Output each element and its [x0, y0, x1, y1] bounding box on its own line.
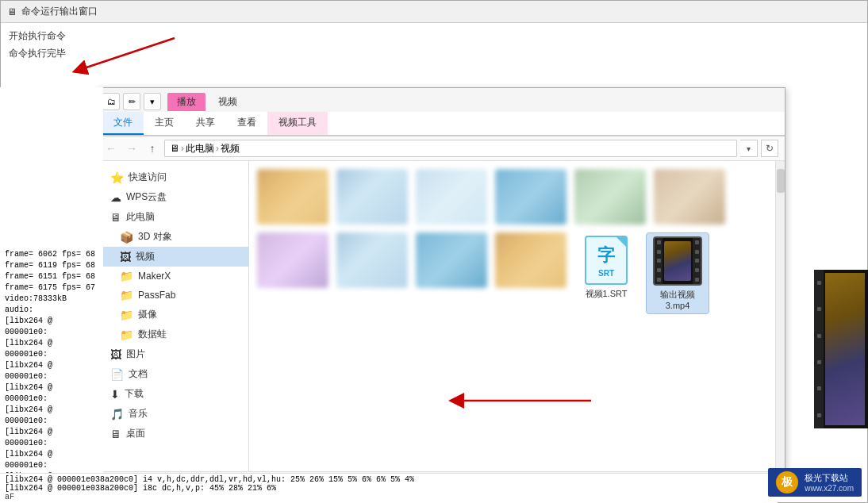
sidebar-item-label: 视频 — [136, 250, 155, 263]
sidebar-item-label: 桌面 — [126, 427, 145, 440]
log-line: [libx264 @ 000001e0: — [5, 405, 98, 427]
path-this-pc: 此电脑 — [186, 142, 214, 156]
log-line: [libx264 @ 000001e0: — [5, 316, 98, 338]
sidebar-item-label: 数据蛙 — [138, 328, 167, 341]
sidebar-item-makerx[interactable]: 📁 MakerX — [102, 267, 248, 286]
quick-access-toolbar: 🗂 ✏ ▾ — [102, 93, 161, 110]
log-line: frame= 6119 fps= 68 — [5, 260, 98, 271]
thumbnail-7[interactable] — [257, 232, 328, 288]
sidebar-item-wps[interactable]: ☁ WPS云盘 — [102, 187, 248, 207]
videos-icon: 🖼 — [120, 251, 131, 263]
sidebar-item-quick-access[interactable]: ⭐ 快速访问 — [102, 167, 248, 187]
cmd-icon: 🖥 — [7, 6, 17, 17]
right-film-decoration — [814, 270, 868, 428]
music-icon: 🎵 — [110, 408, 124, 420]
log-line: frame= 6151 fps= 68 — [5, 271, 98, 282]
sidebar-item-documents[interactable]: 📄 文档 — [102, 364, 248, 384]
thumbnail-10[interactable] — [495, 232, 567, 288]
sidebar-item-pictures[interactable]: 🖼 图片 — [102, 344, 248, 364]
main-scrollbar[interactable] — [775, 161, 785, 471]
tab-home[interactable]: 主页 — [144, 112, 185, 135]
address-refresh[interactable]: ↻ — [761, 140, 778, 157]
sidebar: ⭐ 快速访问 ☁ WPS云盘 🖥 此电脑 📦 3D 对象 🖼 视频 📁 Ma — [102, 161, 249, 471]
sidebar-item-label: MakerX — [138, 271, 171, 282]
srt-icon: 字 SRT — [585, 236, 628, 285]
sidebar-item-passfab[interactable]: 📁 PassFab — [102, 286, 248, 305]
tab-video-tools[interactable]: 视频工具 — [267, 112, 328, 135]
watermark-text: 极光下载站 www.x27.com — [805, 472, 854, 493]
scroll-thumb — [777, 169, 785, 193]
log-line: [libx264 @ 000001e0: — [5, 382, 98, 405]
sidebar-item-music[interactable]: 🎵 音乐 — [102, 404, 248, 424]
passfab-icon: 📁 — [120, 289, 133, 301]
thumbnail-2[interactable] — [336, 169, 408, 225]
qat-btn-down[interactable]: ▾ — [144, 93, 161, 110]
wm-site: 极光下载站 — [805, 472, 854, 484]
sidebar-item-downloads[interactable]: ⬇ 下载 — [102, 384, 248, 404]
film-strip-left — [655, 238, 663, 284]
log-line: frame= 6175 fps= 67 — [5, 282, 98, 294]
log-line-bottom2: [libx264 @ 000001e038a200c0] i8c dc,h,v,… — [5, 484, 773, 493]
thumbnail-5[interactable] — [574, 169, 646, 225]
log-line: video:78333kB audio: — [5, 294, 98, 316]
cmd-title: 命令运行输出窗口 — [21, 5, 98, 18]
thumbnail-4[interactable] — [495, 169, 567, 225]
film-right-image — [825, 273, 865, 425]
sidebar-item-this-pc[interactable]: 🖥 此电脑 — [102, 207, 248, 227]
thumbnail-6[interactable] — [654, 169, 725, 225]
wm-logo: 极 — [776, 471, 798, 493]
nav-back[interactable]: ← — [102, 140, 120, 157]
sidebar-item-label: 下载 — [125, 387, 144, 401]
video-label: 视频 — [209, 93, 247, 111]
log-line: [libx264 @ 000001e0: — [5, 360, 98, 382]
cmd-content: 开始执行命令 命令执行完毕 — [1, 23, 867, 67]
log-line-bottom1: [libx264 @ 000001e038a200c0] i4 v,h,dc,d… — [5, 475, 773, 484]
log-line: [libx264 @ 000001e0: — [5, 449, 98, 471]
sidebar-item-videos[interactable]: 🖼 视频 — [102, 247, 248, 267]
tab-view[interactable]: 查看 — [226, 112, 267, 135]
address-dropdown[interactable]: ▾ — [740, 140, 758, 157]
film-image — [664, 241, 691, 281]
wm-url: www.x27.com — [805, 484, 854, 493]
sidebar-item-label: 摄像 — [138, 308, 157, 321]
downloads-icon: ⬇ — [110, 388, 120, 401]
qat-btn-folder[interactable]: 🗂 — [102, 93, 120, 110]
documents-icon: 📄 — [110, 368, 124, 381]
nav-up[interactable]: ↑ — [144, 140, 161, 157]
tab-file[interactable]: 文件 — [102, 112, 144, 135]
sidebar-item-label: 3D 对象 — [138, 230, 172, 244]
pictures-icon: 🖼 — [110, 348, 121, 361]
thumbnail-1[interactable] — [257, 169, 328, 225]
this-pc-icon: 🖥 — [110, 211, 121, 224]
thumbnail-8[interactable] — [336, 232, 408, 288]
play-tab[interactable]: 播放 — [167, 93, 205, 111]
address-path[interactable]: 🖥 › 此电脑 › 视频 — [164, 140, 737, 157]
video-icon — [653, 236, 702, 286]
ribbon: 🗂 ✏ ▾ 播放 视频 文件 主页 共享 查看 视频工具 — [96, 88, 785, 136]
path-videos: 视频 — [221, 142, 240, 156]
cmd-titlebar: 🖥 命令运行输出窗口 — [1, 1, 867, 23]
srt-label: SRT — [598, 269, 614, 278]
thumbnail-9[interactable] — [416, 232, 487, 288]
file-area: 字 SRT 视频1.SRT — [249, 161, 775, 447]
sidebar-item-label: 快速访问 — [129, 171, 167, 184]
thumbnail-3[interactable] — [416, 169, 487, 225]
qat-btn-edit[interactable]: ✏ — [123, 93, 140, 110]
cmd-line1: 开始执行命令 — [9, 28, 859, 45]
sidebar-item-desktop[interactable]: 🖥 桌面 — [102, 424, 248, 443]
sidebar-item-camera[interactable]: 📁 摄像 — [102, 305, 248, 324]
address-bar: ← → ↑ 🖥 › 此电脑 › 视频 ▾ ↻ — [96, 136, 785, 161]
quick-access-icon: ⭐ — [110, 171, 124, 184]
video-filename: 输出视频3.mp4 — [650, 289, 705, 310]
datafrog-icon: 📁 — [120, 328, 133, 341]
desktop-icon: 🖥 — [110, 428, 121, 440]
tab-share[interactable]: 共享 — [185, 112, 226, 135]
sidebar-item-datafrog[interactable]: 📁 数据蛙 — [102, 324, 248, 344]
file-srt[interactable]: 字 SRT 视频1.SRT — [574, 232, 638, 314]
sidebar-item-3d-objects[interactable]: 📦 3D 对象 — [102, 227, 248, 247]
path-icon: 🖥 — [170, 143, 179, 154]
ribbon-tabs: 文件 主页 共享 查看 视频工具 — [96, 112, 785, 136]
nav-forward[interactable]: → — [123, 140, 140, 157]
cmd-line2: 命令执行完毕 — [9, 45, 859, 63]
file-video[interactable]: 输出视频3.mp4 — [646, 232, 709, 314]
